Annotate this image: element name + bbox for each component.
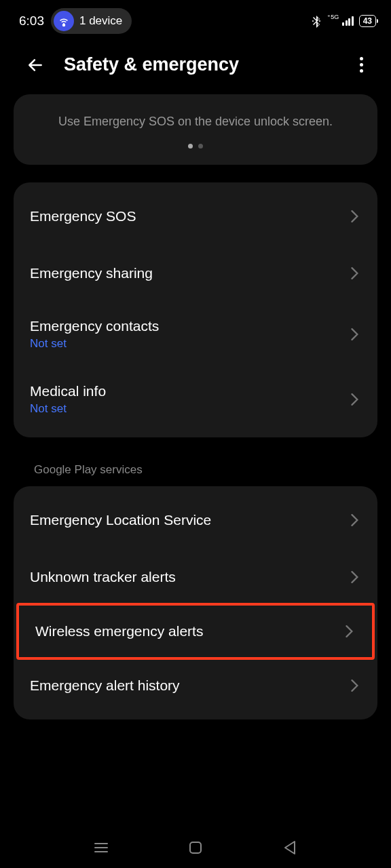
network-label: ⁺5G — [327, 14, 339, 20]
svg-point-2 — [319, 20, 320, 22]
wifi-icon — [54, 11, 74, 31]
chevron-right-icon — [349, 267, 361, 279]
device-pill[interactable]: 1 device — [51, 8, 132, 34]
item-title: Unknown tracker alerts — [30, 569, 176, 585]
item-title: Emergency alert history — [30, 677, 180, 694]
page-dot-active — [188, 144, 193, 149]
item-emergency-location-service[interactable]: Emergency Location Service — [14, 492, 377, 549]
item-title: Medical info — [30, 383, 106, 399]
back-button[interactable] — [26, 56, 45, 75]
svg-point-0 — [62, 24, 66, 27]
page-indicator — [27, 144, 364, 149]
item-title: Emergency Location Service — [30, 512, 211, 528]
back-nav-button[interactable] — [280, 837, 300, 858]
chevron-right-icon — [349, 328, 361, 340]
item-emergency-alert-history[interactable]: Emergency alert history — [14, 657, 377, 714]
chevron-right-icon — [349, 571, 361, 583]
item-subtitle: Not set — [30, 402, 106, 416]
chevron-right-icon — [349, 210, 361, 222]
signal-indicator: ⁺5G — [327, 16, 354, 26]
info-text: Use Emergency SOS on the device unlock s… — [27, 115, 364, 129]
status-left: 6:03 1 device — [19, 8, 132, 34]
settings-group-2: Emergency Location Service Unknown track… — [14, 486, 377, 719]
status-right: ⁺5G 43 — [311, 14, 376, 28]
settings-group-1: Emergency SOS Emergency sharing Emergenc… — [14, 182, 377, 437]
item-wireless-emergency-alerts[interactable]: Wireless emergency alerts — [16, 603, 375, 660]
item-emergency-sharing[interactable]: Emergency sharing — [14, 245, 377, 302]
clock-time: 6:03 — [19, 14, 44, 28]
battery-indicator: 43 — [359, 15, 376, 27]
svg-point-1 — [312, 20, 314, 22]
item-title: Wireless emergency alerts — [35, 623, 203, 639]
item-title: Emergency contacts — [30, 318, 159, 334]
svg-rect-3 — [190, 842, 201, 853]
more-options-button[interactable] — [352, 56, 371, 75]
page-dot — [198, 144, 203, 149]
chevron-right-icon — [349, 393, 361, 406]
page-title: Safety & emergency — [64, 54, 333, 75]
navigation-bar — [0, 827, 391, 868]
chevron-right-icon — [343, 625, 356, 637]
item-medical-info[interactable]: Medical info Not set — [14, 367, 377, 432]
item-title: Emergency sharing — [30, 265, 153, 281]
chevron-right-icon — [349, 679, 361, 692]
item-emergency-contacts[interactable]: Emergency contacts Not set — [14, 302, 377, 367]
recent-apps-button[interactable] — [91, 837, 111, 858]
page-header: Safety & emergency — [0, 38, 391, 94]
section-header-play-services: Google Play services — [14, 455, 377, 486]
item-title: Emergency SOS — [30, 208, 136, 224]
chevron-right-icon — [349, 514, 361, 526]
item-unknown-tracker-alerts[interactable]: Unknown tracker alerts — [14, 549, 377, 606]
item-subtitle: Not set — [30, 337, 159, 351]
info-card[interactable]: Use Emergency SOS on the device unlock s… — [14, 94, 377, 165]
status-bar: 6:03 1 device ⁺5G — [0, 0, 391, 38]
bluetooth-icon — [311, 14, 322, 28]
home-button[interactable] — [185, 837, 206, 858]
device-count-label: 1 device — [79, 14, 122, 28]
content-area: Use Emergency SOS on the device unlock s… — [0, 94, 391, 719]
item-emergency-sos[interactable]: Emergency SOS — [14, 188, 377, 245]
